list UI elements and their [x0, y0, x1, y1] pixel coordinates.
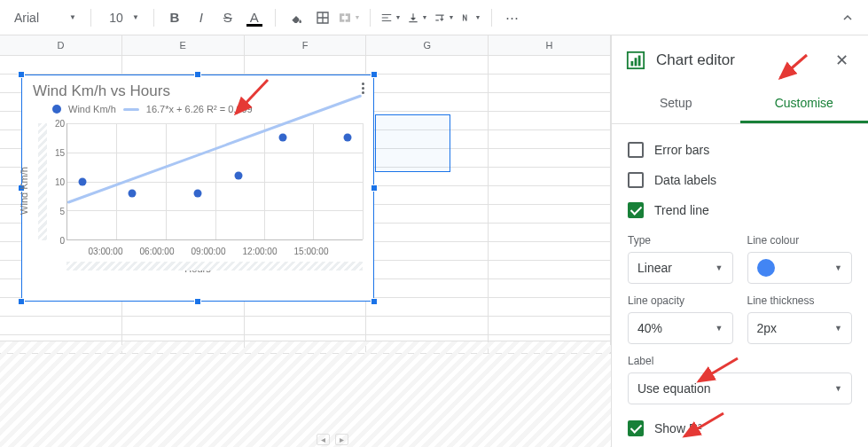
col-header[interactable]: E: [122, 35, 245, 55]
dropdown-value: 2px: [757, 321, 778, 335]
resize-handle[interactable]: [371, 71, 378, 78]
data-point[interactable]: [235, 171, 243, 179]
chart-editor-panel: Chart editor ✕ Setup Customise Error bar…: [611, 35, 868, 447]
legend-series-marker: [52, 105, 61, 114]
data-point[interactable]: [78, 177, 86, 185]
data-point[interactable]: [344, 133, 352, 141]
trend-type-dropdown[interactable]: Linear ▼: [628, 252, 733, 284]
resize-handle[interactable]: [194, 298, 201, 305]
resize-handle[interactable]: [371, 298, 378, 305]
tab-setup[interactable]: Setup: [612, 85, 740, 123]
caret-down-icon: ▼: [448, 14, 454, 20]
caret-down-icon: ▼: [716, 324, 723, 333]
separator: [90, 9, 91, 27]
bold-button[interactable]: B: [163, 6, 186, 29]
field-label: Line colour: [747, 234, 853, 247]
sheet-footer-scroll[interactable]: ◂▸: [311, 431, 354, 447]
line-thickness-dropdown[interactable]: 2px ▼: [747, 312, 853, 344]
text-rotation-button[interactable]: ▼: [459, 6, 482, 29]
col-header[interactable]: F: [245, 35, 367, 55]
plot-area[interactable]: [66, 123, 363, 240]
col-header[interactable]: H: [489, 35, 611, 55]
valign-bottom-icon: [407, 12, 419, 24]
resize-handle[interactable]: [18, 71, 25, 78]
chart-title[interactable]: Wind Km/h vs Hours: [33, 82, 368, 100]
resize-handle[interactable]: [371, 184, 378, 192]
italic-button[interactable]: I: [190, 6, 213, 29]
caret-down-icon: ▼: [421, 14, 427, 20]
strikethrough-button[interactable]: S: [216, 6, 239, 29]
more-button[interactable]: ⋯: [501, 6, 524, 29]
checkbox-label: Show R²: [654, 421, 702, 435]
data-point[interactable]: [129, 189, 137, 197]
horizontal-align-button[interactable]: ▼: [379, 6, 403, 29]
separator: [275, 9, 276, 27]
checkbox[interactable]: [628, 142, 644, 158]
merge-cells-button: ▼: [338, 6, 361, 29]
collapse-toolbar-button[interactable]: [836, 6, 859, 29]
data-point[interactable]: [279, 133, 287, 141]
dropdown-value: Use equation: [637, 381, 711, 396]
resize-handle[interactable]: [194, 71, 201, 78]
svg-rect-3: [638, 56, 641, 67]
borders-button[interactable]: [311, 6, 334, 29]
x-tick: 15:00:00: [294, 247, 329, 256]
tab-customise[interactable]: Customise: [740, 85, 869, 123]
x-tick: 12:00:00: [243, 247, 278, 256]
caret-down-icon: ▼: [834, 384, 842, 393]
checkbox-label: Trend line: [654, 203, 709, 217]
sheet-end-region: [0, 341, 611, 447]
text-wrap-button[interactable]: ▼: [433, 6, 456, 29]
data-labels-checkbox-row[interactable]: Data labels: [628, 165, 852, 195]
line-opacity-dropdown[interactable]: 40% ▼: [628, 312, 733, 344]
font-size-value: 10: [106, 11, 127, 25]
color-swatch: [757, 259, 775, 277]
y-tick: 10: [51, 177, 65, 187]
caret-down-icon: ▼: [132, 13, 139, 21]
line-colour-dropdown[interactable]: ▼: [747, 252, 853, 284]
legend-trend-marker: [123, 108, 139, 111]
paint-bucket-icon: [289, 11, 303, 25]
x-tick: 06:00:00: [140, 247, 175, 256]
wrap-icon: [434, 12, 446, 24]
data-point[interactable]: [193, 189, 201, 197]
x-tick: 03:00:00: [89, 247, 123, 256]
svg-rect-2: [635, 58, 637, 66]
close-panel-button[interactable]: ✕: [830, 45, 854, 75]
panel-tabs: Setup Customise: [612, 85, 868, 124]
trend-label-dropdown[interactable]: Use equation ▼: [628, 372, 852, 404]
vertical-align-button[interactable]: ▼: [406, 6, 429, 29]
align-left-icon: [380, 12, 393, 24]
y-axis-label[interactable]: Wind Km/h: [19, 167, 29, 215]
embedded-chart[interactable]: Wind Km/h vs Hours Wind Km/h 16.7*x + 6.…: [21, 74, 374, 302]
chevron-up-icon: [842, 12, 853, 23]
caret-down-icon: ▼: [474, 14, 481, 20]
spreadsheet-area[interactable]: D E F G H: [0, 35, 611, 447]
checkbox[interactable]: [628, 420, 644, 436]
col-header[interactable]: G: [366, 35, 489, 55]
checkbox[interactable]: [628, 202, 644, 218]
error-bars-checkbox-row[interactable]: Error bars: [628, 135, 852, 165]
fill-color-button[interactable]: [285, 6, 308, 29]
separator: [491, 9, 492, 27]
caret-down-icon: ▼: [834, 324, 842, 333]
font-name-select[interactable]: Arial ▼: [9, 7, 82, 28]
y-tick: 20: [51, 119, 65, 129]
checkbox-label: Error bars: [654, 143, 709, 157]
field-label: Type: [628, 234, 733, 247]
checkbox[interactable]: [628, 172, 644, 188]
trend-line-checkbox-row[interactable]: Trend line: [628, 195, 852, 225]
separator: [370, 9, 371, 27]
column-headers: D E F G H: [0, 35, 611, 56]
col-header[interactable]: D: [0, 35, 122, 55]
resize-handle[interactable]: [18, 298, 25, 305]
field-label: Line opacity: [628, 294, 733, 307]
show-r2-checkbox-row[interactable]: Show R²: [628, 413, 852, 443]
caret-down-icon: ▼: [354, 14, 360, 20]
font-size-select[interactable]: 10 ▼: [100, 7, 145, 28]
separator: [153, 9, 154, 27]
text-color-button[interactable]: A: [243, 6, 266, 29]
y-tick: 15: [51, 148, 65, 158]
field-label: Line thickness: [747, 294, 853, 307]
toolbar: Arial ▼ 10 ▼ B I S A ▼ ▼ ▼: [0, 0, 868, 35]
